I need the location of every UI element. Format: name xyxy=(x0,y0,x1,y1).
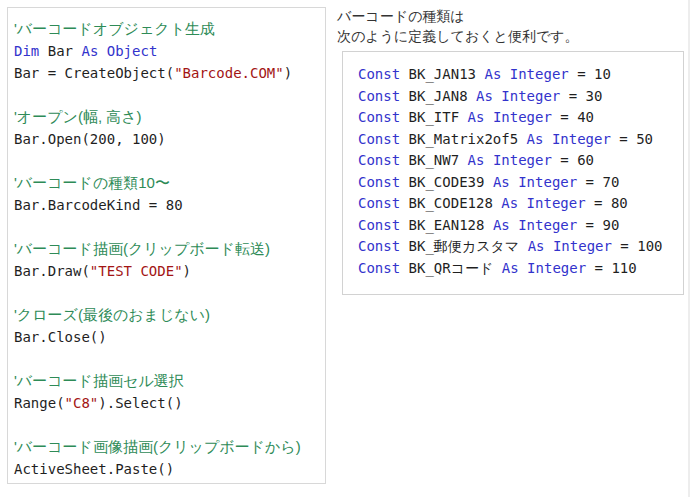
const-definitions-panel: Const BK_JAN13 As Integer = 10Const BK_J… xyxy=(342,51,684,295)
code-token-pl: = 70 xyxy=(577,174,619,190)
code-token-pl: = 10 xyxy=(569,66,611,82)
code-token-pl: = 40 xyxy=(552,109,594,125)
comment-line: 'バーコードの種類10〜 xyxy=(14,172,321,194)
code-token-pl: = 30 xyxy=(560,88,602,104)
code-token-st: "C8" xyxy=(65,395,99,411)
code-token-pl: BK_JAN8 xyxy=(400,88,476,104)
code-token-pl: BK_EAN128 xyxy=(400,217,493,233)
code-token-cm: 'バーコードの種類10〜 xyxy=(14,174,170,191)
code-token-pl: BK_QRコード xyxy=(400,260,502,276)
blank-line xyxy=(14,84,321,106)
code-line: Const BK_CODE39 As Integer = 70 xyxy=(358,172,683,194)
comment-line: 'バーコード画像描画(クリップボードから) xyxy=(14,436,321,458)
code-token-kw: As Integer xyxy=(528,238,612,254)
code-token-kw: Const xyxy=(358,88,400,104)
code-token-kw: Dim xyxy=(14,43,39,59)
code-token-cm: 'クローズ(最後のおまじない) xyxy=(14,306,210,323)
code-token-pl: = 80 xyxy=(586,195,628,211)
blank-line xyxy=(14,348,321,370)
code-token-cm: 'オープン(幅, 高さ) xyxy=(14,108,142,125)
code-token-kw: As Integer xyxy=(502,260,586,276)
code-token-kw: As Integer xyxy=(476,88,560,104)
code-token-kw: Const xyxy=(358,152,400,168)
code-token-pl: Bar.Open(200, 100) xyxy=(14,131,166,147)
code-line: Const BK_NW7 As Integer = 60 xyxy=(358,150,683,172)
code-token-pl: BK_CODE128 xyxy=(400,195,501,211)
code-token-pl: BK_ITF xyxy=(400,109,467,125)
code-token-kw: Const xyxy=(358,109,400,125)
code-token-pl: = 110 xyxy=(586,260,637,276)
code-token-pl: ActiveSheet.Paste() xyxy=(14,461,174,477)
code-token-pl: Bar.Draw( xyxy=(14,263,90,279)
code-token-kw: As Integer xyxy=(493,217,577,233)
code-token-pl: = 60 xyxy=(552,152,594,168)
code-line: Bar.Draw("TEST CODE") xyxy=(14,260,321,282)
code-token-st: "TEST CODE" xyxy=(90,263,183,279)
code-token-kw: Const xyxy=(358,131,400,147)
code-line: Const BK_JAN8 As Integer = 30 xyxy=(358,86,683,108)
comment-line: 'オープン(幅, 高さ) xyxy=(14,106,321,128)
code-line: Const BK_CODE128 As Integer = 80 xyxy=(358,193,683,215)
code-line: Bar.BarcodeKind = 80 xyxy=(14,194,321,216)
page: 'バーコードオブジェクト生成Dim Bar As ObjectBar = Cre… xyxy=(0,0,700,497)
code-token-pl: = 90 xyxy=(577,217,619,233)
code-token-pl: Bar xyxy=(39,43,81,59)
code-token-kw: As Integer xyxy=(468,152,552,168)
code-line: Bar.Open(200, 100) xyxy=(14,128,321,150)
code-token-kw: Const xyxy=(358,217,400,233)
code-token-kw: As Integer xyxy=(484,66,568,82)
code-token-kw: As Integer xyxy=(527,131,611,147)
code-line: Bar = CreateObject("Barcode.COM") xyxy=(14,62,321,84)
code-token-pl: = 100 xyxy=(612,238,663,254)
comment-line: 'バーコード描画(クリップボード転送) xyxy=(14,238,321,260)
code-token-pl: BK_NW7 xyxy=(400,152,467,168)
code-token-kw: As Integer xyxy=(493,174,577,190)
code-token-pl: Range( xyxy=(14,395,65,411)
code-token-kw: As Integer xyxy=(468,109,552,125)
vba-code-panel: 'バーコードオブジェクト生成Dim Bar As ObjectBar = Cre… xyxy=(7,7,326,484)
code-token-cm: 'バーコード画像描画(クリップボードから) xyxy=(14,438,301,455)
code-line: Dim Bar As Object xyxy=(14,40,321,62)
code-line: Const BK_Matrix2of5 As Integer = 50 xyxy=(358,129,683,151)
code-token-st: "Barcode.COM" xyxy=(174,65,284,81)
blank-line xyxy=(14,414,321,436)
code-token-pl: ).Select() xyxy=(98,395,182,411)
content-right-border xyxy=(688,0,690,497)
code-token-cm: 'バーコード描画(クリップボード転送) xyxy=(14,240,270,257)
code-token-kw: Const xyxy=(358,174,400,190)
code-token-pl: = 50 xyxy=(611,131,653,147)
blank-line xyxy=(14,150,321,172)
note-text: バーコードの種類は 次のように定義しておくと便利です。 xyxy=(337,6,687,46)
code-token-kw: As Integer xyxy=(501,195,585,211)
code-token-kw: Const xyxy=(358,66,400,82)
code-token-cm: 'バーコード描画セル選択 xyxy=(14,372,184,389)
code-token-pl: Bar.BarcodeKind = 80 xyxy=(14,197,183,213)
code-token-pl: ) xyxy=(284,65,292,81)
code-line: Const BK_郵便カスタマ As Integer = 100 xyxy=(358,236,683,258)
code-token-kw: Const xyxy=(358,260,400,276)
code-line: Const BK_EAN128 As Integer = 90 xyxy=(358,215,683,237)
code-token-pl: Bar = CreateObject( xyxy=(14,65,174,81)
code-line: Const BK_QRコード As Integer = 110 xyxy=(358,258,683,280)
code-token-pl: BK_郵便カスタマ xyxy=(400,238,527,254)
code-token-pl: ) xyxy=(183,263,191,279)
code-token-pl: Bar.Close() xyxy=(14,329,107,345)
blank-line xyxy=(14,282,321,304)
code-line: Range("C8").Select() xyxy=(14,392,321,414)
code-line: Const BK_ITF As Integer = 40 xyxy=(358,107,683,129)
code-token-pl: BK_CODE39 xyxy=(400,174,493,190)
code-line: Bar.Close() xyxy=(14,326,321,348)
code-token-cm: 'バーコードオブジェクト生成 xyxy=(14,20,215,37)
code-token-kw: As Object xyxy=(81,43,157,59)
comment-line: 'クローズ(最後のおまじない) xyxy=(14,304,321,326)
code-token-kw: Const xyxy=(358,238,400,254)
code-token-pl: BK_JAN13 xyxy=(400,66,484,82)
blank-line xyxy=(14,216,321,238)
comment-line: 'バーコードオブジェクト生成 xyxy=(14,18,321,40)
note-line-1: バーコードの種類は xyxy=(337,6,687,26)
comment-line: 'バーコード描画セル選択 xyxy=(14,370,321,392)
code-line: Const BK_JAN13 As Integer = 10 xyxy=(358,64,683,86)
code-token-pl: BK_Matrix2of5 xyxy=(400,131,526,147)
code-token-kw: Const xyxy=(358,195,400,211)
note-line-2: 次のように定義しておくと便利です。 xyxy=(337,26,687,46)
